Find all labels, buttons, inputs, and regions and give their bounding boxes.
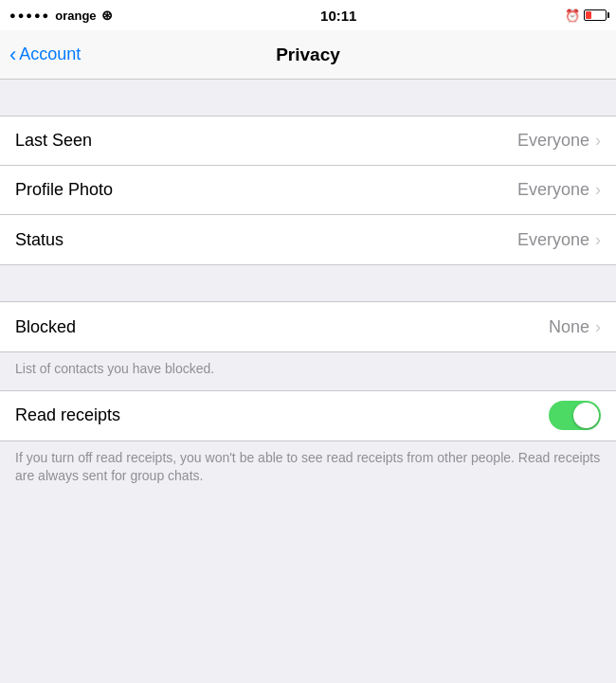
blocked-label: Blocked <box>15 317 76 337</box>
blocked-chevron-icon: › <box>595 317 601 337</box>
profile-photo-row[interactable]: Profile Photo Everyone › <box>0 166 616 215</box>
signal-dots: ●●●●● <box>9 9 50 21</box>
status-label: Status <box>15 230 63 250</box>
status-row[interactable]: Status Everyone › <box>0 215 616 264</box>
profile-photo-label: Profile Photo <box>15 180 113 200</box>
last-seen-value: Everyone <box>517 131 589 151</box>
battery-icon <box>584 9 607 21</box>
read-receipts-toggle[interactable] <box>549 401 601 430</box>
status-bar: ●●●●● orange ⊛ 10:11 ⏰ <box>0 0 616 30</box>
privacy-group-2: Blocked None › <box>0 301 616 352</box>
privacy-group-1: Last Seen Everyone › Profile Photo Every… <box>0 116 616 265</box>
profile-photo-value-wrap: Everyone › <box>517 180 601 200</box>
wifi-icon: ⊛ <box>101 8 113 23</box>
section-spacer-1 <box>0 80 616 116</box>
clock: 10:11 <box>320 8 356 24</box>
read-receipts-row[interactable]: Read receipts <box>0 391 616 440</box>
page-title: Privacy <box>276 45 340 65</box>
back-label: Account <box>19 45 81 64</box>
last-seen-value-wrap: Everyone › <box>517 131 601 151</box>
status-left: ●●●●● orange ⊛ <box>9 8 113 23</box>
last-seen-row[interactable]: Last Seen Everyone › <box>0 117 616 166</box>
read-receipts-note: If you turn off read receipts, you won't… <box>0 441 616 497</box>
toggle-knob <box>573 403 599 428</box>
section-spacer-2 <box>0 265 616 301</box>
carrier-label: orange <box>55 9 96 23</box>
blocked-note: List of contacts you have blocked. <box>0 352 616 390</box>
blocked-row[interactable]: Blocked None › <box>0 302 616 351</box>
read-receipts-group: Read receipts <box>0 390 616 441</box>
read-receipts-label: Read receipts <box>15 405 120 425</box>
last-seen-label: Last Seen <box>15 131 92 151</box>
profile-photo-chevron-icon: › <box>595 180 601 200</box>
alarm-icon: ⏰ <box>565 9 580 23</box>
read-receipts-toggle-wrap[interactable] <box>549 401 601 430</box>
status-value: Everyone <box>517 230 589 250</box>
back-chevron-icon: ‹ <box>9 45 16 65</box>
navigation-bar: ‹ Account Privacy <box>0 30 616 80</box>
status-right: ⏰ <box>565 9 607 23</box>
blocked-value-wrap: None › <box>549 317 601 337</box>
blocked-value: None <box>549 317 589 337</box>
status-chevron-icon: › <box>595 230 601 250</box>
back-button[interactable]: ‹ Account <box>9 45 81 65</box>
status-value-wrap: Everyone › <box>517 230 601 250</box>
profile-photo-value: Everyone <box>517 180 589 200</box>
last-seen-chevron-icon: › <box>595 131 601 151</box>
